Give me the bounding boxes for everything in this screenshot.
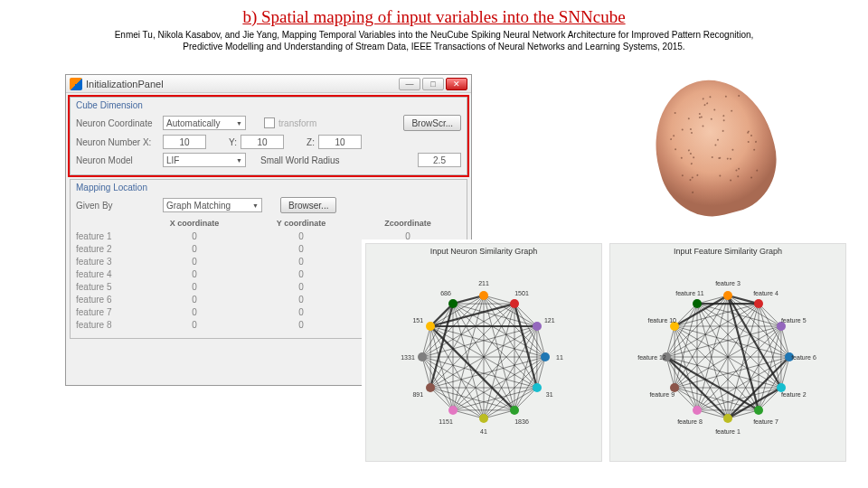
node-label: 891 [412,390,423,397]
node-label: 151 [412,316,423,323]
node-label: feature 6 [791,353,816,360]
maximize-button[interactable]: □ [422,78,444,90]
graph-node [670,322,679,331]
node-label: 41 [480,427,487,434]
graph-title: Input Feature Similarity Graph [610,244,845,258]
svg-line-44 [453,304,537,388]
transform-checkbox[interactable] [264,117,275,128]
given-by-select[interactable]: Graph Matching▼ [163,198,262,212]
y-input[interactable]: 10 [241,135,284,149]
svg-line-64 [422,304,453,357]
graph-node [426,383,435,392]
graph-node [510,406,519,415]
matlab-icon [70,78,82,90]
graph-node [426,322,435,331]
node-label: feature 4 [753,289,778,296]
node-label: feature 11 [675,289,704,296]
neuron-similarity-graph: Input Neuron Similarity Graph 2111501121… [365,243,602,462]
graph-node [754,406,763,415]
node-label: 11 [556,353,563,360]
col-y: Y coordinate [248,219,354,228]
node-label: feature 12 [637,353,666,360]
brain-head-3d [624,80,805,220]
neuron-coord-select[interactable]: Automatically▼ [163,116,246,130]
col-z: Zcoordinate [354,219,461,228]
window-title: InitializationPanel [86,79,395,89]
neuron-model-select[interactable]: LIF▼ [163,153,246,167]
graph-node [754,299,763,308]
graph-node [533,322,542,331]
graph-node [693,299,702,308]
graph-node [541,352,550,361]
group-label: Mapping Location [76,183,461,192]
group-label: Cube Dimension [76,100,461,110]
similarity-graphs: Input Neuron Similarity Graph 2111501121… [362,239,850,465]
graph-node [479,291,488,300]
node-label: feature 1 [715,427,741,434]
graph-node [479,414,488,423]
node-label: feature 8 [677,418,703,424]
node-label: feature 5 [781,316,807,323]
graph-node [723,414,732,423]
graph-node [723,291,732,300]
neuron-number-label: Neuron Number X: [76,137,159,147]
citation-text: Enmei Tu, Nikola Kasabov, and Jie Yang, … [0,27,868,56]
col-x: X coordinate [141,219,248,228]
svg-line-25 [453,326,537,410]
x-input[interactable]: 10 [163,135,206,149]
node-label: 1501 [514,289,529,296]
graph-node [777,322,786,331]
svg-line-52 [430,388,484,418]
cube-dimension-group: Cube Dimension Neuron Coordinate Automat… [70,97,467,175]
minimize-button[interactable]: — [399,78,420,90]
neuron-model-label: Neuron Model [76,155,159,165]
node-label: feature 3 [715,279,741,286]
window-titlebar: InitializationPanel — □ ✕ [66,75,471,93]
svg-line-17 [430,304,514,388]
feature-similarity-graph: Input Feature Similarity Graph feature 3… [609,243,846,462]
graph-title: Input Neuron Similarity Graph [366,244,601,258]
z-label: Z: [288,137,315,147]
node-label: feature 7 [753,418,778,424]
node-label: feature 10 [647,316,676,323]
node-label: feature 9 [649,390,675,397]
chevron-down-icon: ▼ [236,120,242,127]
graph-node [510,299,519,308]
graph-node [418,352,427,361]
node-label: 1331 [401,353,415,360]
swr-label: Small World Radius [260,155,340,165]
graph-node [448,299,458,308]
svg-line-103 [697,304,789,357]
node-label: 1151 [439,418,453,424]
node-label: 31 [546,390,553,397]
svg-line-83 [675,304,759,388]
given-by-label: Given By [76,201,159,211]
graph-node [448,406,458,415]
close-button[interactable]: ✕ [446,78,467,90]
chevron-down-icon: ▼ [236,157,242,164]
browse-button[interactable]: BrowScr... [403,115,461,131]
transform-label: transform [278,118,316,128]
node-label: 1836 [514,418,529,424]
node-label: feature 2 [781,390,807,397]
graph-node [693,406,702,415]
node-label: 686 [440,289,451,296]
chevron-down-icon: ▼ [252,202,259,209]
svg-line-130 [666,304,697,357]
node-label: 121 [544,316,555,323]
z-input[interactable]: 10 [318,135,362,149]
y-label: Y: [210,137,237,147]
slide-title: b) Spatial mapping of input variables in… [0,0,868,27]
neuron-coord-label: Neuron Coordinate [76,118,159,128]
swr-input[interactable]: 2.5 [418,153,461,167]
node-label: 211 [478,279,489,286]
graph-node [533,383,542,392]
browser-button[interactable]: Browser... [280,197,336,213]
svg-line-37 [453,304,545,357]
